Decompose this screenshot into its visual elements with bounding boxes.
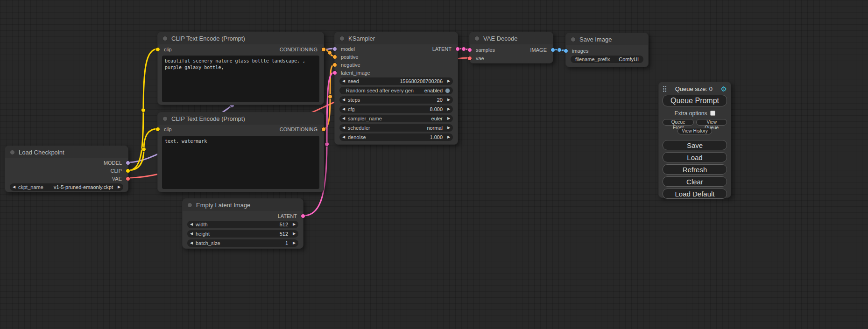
node-clip-text-encode-positive[interactable]: CLIP Text Encode (Prompt) clip CONDITION… bbox=[157, 32, 324, 105]
decrement-arrow-icon[interactable]: ◀ bbox=[339, 115, 348, 122]
increment-arrow-icon[interactable]: ▶ bbox=[290, 230, 298, 238]
latent-port-icon[interactable] bbox=[455, 47, 460, 51]
node-collapse-dot-icon[interactable] bbox=[162, 36, 168, 41]
input-port-vae[interactable]: vae bbox=[467, 55, 488, 62]
output-port-conditioning[interactable]: CONDITIONING bbox=[276, 46, 326, 53]
load-default-button[interactable]: Load Default bbox=[663, 189, 727, 199]
drag-handle-icon[interactable] bbox=[663, 85, 667, 92]
refresh-button[interactable]: Refresh bbox=[663, 164, 727, 175]
model-port-icon[interactable] bbox=[332, 47, 337, 51]
input-port-images[interactable]: images bbox=[564, 47, 592, 55]
node-titlebar[interactable]: Load Checkpoint bbox=[5, 146, 128, 158]
node-save-image[interactable]: Save Image images filename_prefix ComfyU… bbox=[565, 33, 649, 67]
conditioning-port-icon[interactable] bbox=[332, 55, 337, 59]
node-titlebar[interactable]: Save Image bbox=[566, 33, 648, 45]
decrement-arrow-icon[interactable]: ◀ bbox=[187, 221, 196, 228]
node-collapse-dot-icon[interactable] bbox=[339, 36, 345, 41]
decrement-arrow-icon[interactable]: ◀ bbox=[10, 183, 18, 191]
widget-filename-prefix[interactable]: filename_prefix ComfyUI bbox=[571, 56, 643, 63]
node-vae-decode[interactable]: VAE Decode samples vae IMAGE bbox=[469, 32, 553, 63]
save-button[interactable]: Save bbox=[663, 140, 727, 150]
view-history-button[interactable]: View History bbox=[677, 128, 712, 134]
output-port-latent[interactable]: LATENT bbox=[274, 212, 305, 220]
load-button[interactable]: Load bbox=[663, 152, 727, 162]
output-port-image[interactable]: IMAGE bbox=[527, 46, 555, 54]
widget-seed[interactable]: ◀ seed 156680208700286 ▶ bbox=[339, 77, 453, 85]
queue-prompt-button[interactable]: Queue Prompt bbox=[663, 95, 727, 106]
node-load-checkpoint[interactable]: Load Checkpoint MODEL CLIP VAE ◀ ckpt_na… bbox=[5, 146, 128, 192]
prompt-textarea[interactable]: beautiful scenery nature glass bottle la… bbox=[162, 56, 319, 102]
clear-button[interactable]: Clear bbox=[663, 176, 727, 187]
widget-scheduler[interactable]: ◀ scheduler normal ▶ bbox=[339, 124, 453, 132]
widget-sampler-name[interactable]: ◀ sampler_name euler ▶ bbox=[339, 115, 453, 122]
node-titlebar[interactable]: VAE Decode bbox=[470, 32, 553, 44]
decrement-arrow-icon[interactable]: ◀ bbox=[339, 133, 348, 141]
widget-random-seed-toggle[interactable]: Random seed after every gen enabled bbox=[339, 87, 453, 94]
output-port-model[interactable]: MODEL bbox=[100, 159, 130, 167]
output-port-clip[interactable]: CLIP bbox=[107, 167, 130, 175]
increment-arrow-icon[interactable]: ▶ bbox=[445, 133, 453, 141]
latent-port-icon[interactable] bbox=[301, 214, 305, 218]
input-port-positive[interactable]: positive bbox=[332, 53, 362, 61]
image-port-icon[interactable] bbox=[564, 49, 568, 53]
queue-front-button[interactable]: Queue Front bbox=[663, 119, 694, 126]
node-collapse-dot-icon[interactable] bbox=[571, 37, 576, 42]
toggle-on-icon[interactable] bbox=[445, 88, 450, 93]
node-collapse-dot-icon[interactable] bbox=[187, 203, 192, 208]
increment-arrow-icon[interactable]: ▶ bbox=[445, 77, 453, 85]
decrement-arrow-icon[interactable]: ◀ bbox=[187, 239, 196, 247]
output-port-conditioning[interactable]: CONDITIONING bbox=[276, 126, 326, 133]
decrement-arrow-icon[interactable]: ◀ bbox=[339, 124, 348, 132]
widget-height[interactable]: ◀ height 512 ▶ bbox=[187, 230, 298, 238]
clip-port-icon[interactable] bbox=[155, 47, 160, 52]
decrement-arrow-icon[interactable]: ◀ bbox=[339, 96, 348, 104]
vae-port-icon[interactable] bbox=[126, 176, 130, 181]
node-collapse-dot-icon[interactable] bbox=[10, 150, 15, 155]
view-queue-button[interactable]: View Queue bbox=[696, 119, 727, 126]
settings-gear-icon[interactable]: ⚙ bbox=[721, 85, 727, 92]
increment-arrow-icon[interactable]: ▶ bbox=[290, 239, 298, 247]
vae-port-icon[interactable] bbox=[467, 56, 472, 61]
image-port-icon[interactable] bbox=[550, 48, 555, 52]
input-port-model[interactable]: model bbox=[332, 45, 359, 53]
increment-arrow-icon[interactable]: ▶ bbox=[445, 105, 453, 113]
input-port-clip[interactable]: clip bbox=[155, 46, 176, 53]
node-ksampler[interactable]: KSampler model positive negative latent_… bbox=[334, 32, 458, 145]
widget-denoise[interactable]: ◀ denoise 1.000 ▶ bbox=[339, 133, 453, 141]
increment-arrow-icon[interactable]: ▶ bbox=[445, 115, 453, 122]
clip-port-icon[interactable] bbox=[126, 168, 130, 173]
node-titlebar[interactable]: CLIP Text Encode (Prompt) bbox=[158, 112, 324, 125]
decrement-arrow-icon[interactable]: ◀ bbox=[339, 105, 348, 113]
clip-port-icon[interactable] bbox=[155, 127, 160, 132]
input-port-negative[interactable]: negative bbox=[332, 61, 364, 69]
decrement-arrow-icon[interactable]: ◀ bbox=[339, 77, 348, 85]
decrement-arrow-icon[interactable]: ◀ bbox=[187, 230, 196, 238]
node-collapse-dot-icon[interactable] bbox=[474, 36, 480, 41]
increment-arrow-icon[interactable]: ▶ bbox=[445, 96, 453, 104]
node-titlebar[interactable]: Empty Latent Image bbox=[183, 199, 303, 211]
input-port-samples[interactable]: samples bbox=[467, 46, 499, 54]
node-titlebar[interactable]: KSampler bbox=[335, 32, 458, 44]
widget-steps[interactable]: ◀ steps 20 ▶ bbox=[339, 96, 453, 104]
widget-batch-size[interactable]: ◀ batch_size 1 ▶ bbox=[187, 239, 298, 247]
latent-port-icon[interactable] bbox=[467, 48, 472, 52]
node-empty-latent-image[interactable]: Empty Latent Image LATENT ◀ width 512 ▶ … bbox=[182, 198, 303, 249]
output-port-vae[interactable]: VAE bbox=[108, 175, 130, 182]
increment-arrow-icon[interactable]: ▶ bbox=[290, 221, 298, 228]
input-port-latent-image[interactable]: latent_image bbox=[332, 69, 374, 77]
widget-cfg[interactable]: ◀ cfg 8.000 ▶ bbox=[339, 105, 453, 113]
output-port-latent[interactable]: LATENT bbox=[429, 45, 460, 53]
model-port-icon[interactable] bbox=[126, 161, 130, 165]
extra-options-checkbox[interactable] bbox=[710, 111, 715, 116]
node-collapse-dot-icon[interactable] bbox=[162, 116, 168, 121]
conditioning-port-icon[interactable] bbox=[332, 63, 337, 67]
node-titlebar[interactable]: CLIP Text Encode (Prompt) bbox=[158, 32, 324, 44]
increment-arrow-icon[interactable]: ▶ bbox=[115, 183, 123, 191]
input-port-clip[interactable]: clip bbox=[155, 126, 176, 133]
latent-port-icon[interactable] bbox=[332, 70, 337, 75]
widget-ckpt-name[interactable]: ◀ ckpt_name v1-5-pruned-emaonly.ckpt ▶ bbox=[10, 183, 123, 191]
node-clip-text-encode-negative[interactable]: CLIP Text Encode (Prompt) clip CONDITION… bbox=[157, 112, 324, 192]
conditioning-port-icon[interactable] bbox=[321, 47, 326, 52]
increment-arrow-icon[interactable]: ▶ bbox=[445, 124, 453, 132]
prompt-textarea[interactable]: text, watermark bbox=[162, 136, 319, 189]
